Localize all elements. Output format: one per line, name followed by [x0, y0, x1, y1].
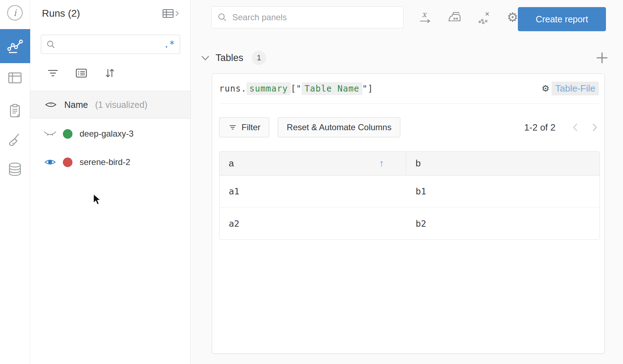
search-icon: [46, 40, 56, 49]
column-header-label: b: [416, 158, 421, 169]
expr-prefix: runs.: [219, 84, 247, 94]
table-cell: a1: [220, 176, 406, 207]
runs-search-box: .*: [41, 35, 180, 54]
runs-group-list-icon[interactable]: [75, 67, 88, 79]
run-name[interactable]: serene-bird-2: [80, 157, 130, 167]
artifacts-database-icon[interactable]: [0, 161, 30, 178]
runs-visualized-count: (1 visualized): [95, 100, 147, 110]
svg-text:i: i: [13, 7, 17, 18]
reset-automate-columns-button[interactable]: Reset & Automate Columns: [278, 117, 400, 137]
smoothing-iron-icon[interactable]: [447, 10, 462, 24]
run-name[interactable]: deep-galaxy-3: [80, 129, 134, 139]
runs-name-header-label: Name: [64, 100, 88, 110]
sort-asc-icon[interactable]: ↑: [379, 158, 384, 169]
page-prev-icon[interactable]: [571, 122, 580, 132]
add-panel-icon[interactable]: [595, 51, 609, 65]
table-header-row: a ↑ b: [220, 151, 600, 176]
panel-type-badge[interactable]: Table-File: [552, 82, 599, 95]
workspace-main: x ⚙ Create report: [191, 0, 623, 364]
info-icon[interactable]: i: [0, 4, 30, 21]
reset-button-label: Reset & Automate Columns: [287, 122, 391, 132]
table-cell: b1: [406, 176, 600, 207]
table-cell: b2: [406, 208, 600, 239]
panel-search-input[interactable]: [232, 12, 397, 22]
table-row[interactable]: a2 b2: [220, 208, 600, 239]
outliers-icon[interactable]: [477, 10, 492, 25]
run-color-dot: [63, 158, 72, 167]
eye-visible-icon[interactable]: [44, 158, 56, 167]
expr-accessor: summary: [247, 82, 291, 95]
column-header-label: a: [229, 158, 234, 169]
panel-settings-gear-icon[interactable]: ⚙: [542, 84, 549, 93]
filter-icon: [228, 123, 237, 132]
eye-icon[interactable]: [44, 100, 57, 109]
page-next-icon[interactable]: [590, 122, 599, 132]
column-header-b[interactable]: b: [406, 151, 600, 175]
runs-sort-icon[interactable]: [103, 67, 116, 79]
runs-filter-icon[interactable]: [47, 67, 59, 79]
sweeps-brush-icon[interactable]: [0, 131, 30, 148]
panel-expression-row[interactable]: runs.summary["Table Name"] ⚙ Table-File: [219, 74, 599, 104]
table-row[interactable]: a1 b1: [220, 176, 600, 208]
expr-close-bracket: "]: [362, 84, 373, 94]
search-icon: [217, 12, 227, 22]
runs-search-input[interactable]: [56, 40, 164, 49]
line-chart-icon: [7, 38, 24, 55]
svg-text:x: x: [422, 10, 427, 19]
panel-expression[interactable]: runs.summary["Table Name"]: [219, 84, 373, 94]
table-panel-card: runs.summary["Table Name"] ⚙ Table-File …: [212, 73, 605, 354]
expr-open-bracket: [": [291, 84, 302, 94]
filter-button-label: Filter: [242, 122, 260, 132]
pagination-label: 1-2 of 2: [524, 122, 556, 133]
eye-closed-icon[interactable]: [44, 130, 56, 138]
runs-title: Runs (2): [42, 8, 80, 19]
settings-gear-icon[interactable]: ⚙: [507, 11, 518, 24]
chevron-down-icon[interactable]: [201, 54, 210, 61]
table-cell: a2: [220, 208, 406, 239]
run-row-deep-galaxy-3[interactable]: deep-galaxy-3: [30, 120, 190, 148]
tables-count-badge: 1: [252, 51, 266, 65]
run-row-serene-bird-2[interactable]: serene-bird-2: [30, 148, 190, 176]
panel-search-box: [211, 6, 403, 28]
icon-rail: i: [0, 0, 30, 364]
run-color-dot: [63, 129, 72, 139]
create-report-button[interactable]: Create report: [518, 7, 606, 31]
filter-button[interactable]: Filter: [219, 117, 269, 137]
results-table: a ↑ b a1 b1 a2 b2: [219, 151, 600, 240]
runs-table-expand-icon[interactable]: [161, 8, 180, 19]
sidebar-item-workspace-active[interactable]: [0, 29, 30, 63]
panel-grid-icon[interactable]: [0, 69, 30, 86]
notes-clipboard-icon[interactable]: [0, 102, 30, 119]
column-header-a[interactable]: a ↑: [220, 151, 406, 175]
tables-section-title[interactable]: Tables: [216, 53, 243, 64]
runs-sidebar: Runs (2) .*: [30, 0, 191, 364]
expr-key: Table Name: [302, 82, 362, 95]
regex-toggle-icon[interactable]: .*: [164, 39, 175, 50]
x-axis-icon[interactable]: x: [418, 10, 432, 25]
runs-name-header[interactable]: Name (1 visualized): [30, 91, 190, 118]
